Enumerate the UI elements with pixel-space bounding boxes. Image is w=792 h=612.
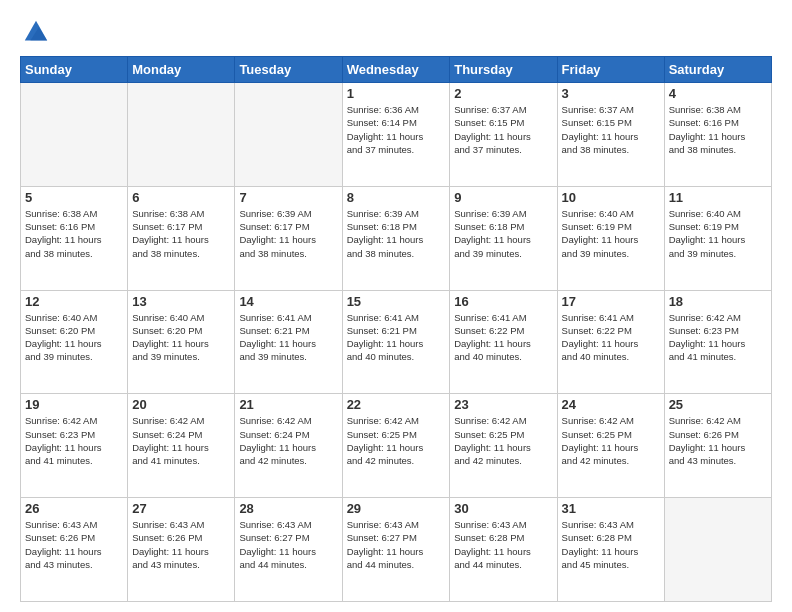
calendar-cell bbox=[235, 83, 342, 187]
day-info: Sunrise: 6:42 AMSunset: 6:25 PMDaylight:… bbox=[562, 414, 660, 467]
day-info: Sunrise: 6:43 AMSunset: 6:26 PMDaylight:… bbox=[25, 518, 123, 571]
calendar-header-wednesday: Wednesday bbox=[342, 57, 450, 83]
day-info: Sunrise: 6:42 AMSunset: 6:24 PMDaylight:… bbox=[239, 414, 337, 467]
calendar-cell: 23Sunrise: 6:42 AMSunset: 6:25 PMDayligh… bbox=[450, 394, 557, 498]
day-info: Sunrise: 6:38 AMSunset: 6:16 PMDaylight:… bbox=[669, 103, 767, 156]
calendar-week-row: 26Sunrise: 6:43 AMSunset: 6:26 PMDayligh… bbox=[21, 498, 772, 602]
day-number: 28 bbox=[239, 501, 337, 516]
day-number: 3 bbox=[562, 86, 660, 101]
day-number: 4 bbox=[669, 86, 767, 101]
calendar-cell: 31Sunrise: 6:43 AMSunset: 6:28 PMDayligh… bbox=[557, 498, 664, 602]
day-number: 5 bbox=[25, 190, 123, 205]
day-number: 12 bbox=[25, 294, 123, 309]
day-info: Sunrise: 6:43 AMSunset: 6:27 PMDaylight:… bbox=[347, 518, 446, 571]
day-info: Sunrise: 6:43 AMSunset: 6:26 PMDaylight:… bbox=[132, 518, 230, 571]
day-info: Sunrise: 6:43 AMSunset: 6:28 PMDaylight:… bbox=[454, 518, 552, 571]
calendar-cell: 19Sunrise: 6:42 AMSunset: 6:23 PMDayligh… bbox=[21, 394, 128, 498]
day-number: 15 bbox=[347, 294, 446, 309]
calendar-week-row: 5Sunrise: 6:38 AMSunset: 6:16 PMDaylight… bbox=[21, 186, 772, 290]
day-info: Sunrise: 6:42 AMSunset: 6:23 PMDaylight:… bbox=[25, 414, 123, 467]
calendar-week-row: 1Sunrise: 6:36 AMSunset: 6:14 PMDaylight… bbox=[21, 83, 772, 187]
day-info: Sunrise: 6:41 AMSunset: 6:21 PMDaylight:… bbox=[239, 311, 337, 364]
calendar-cell bbox=[21, 83, 128, 187]
day-info: Sunrise: 6:40 AMSunset: 6:19 PMDaylight:… bbox=[669, 207, 767, 260]
day-info: Sunrise: 6:39 AMSunset: 6:18 PMDaylight:… bbox=[454, 207, 552, 260]
day-number: 21 bbox=[239, 397, 337, 412]
calendar-cell: 13Sunrise: 6:40 AMSunset: 6:20 PMDayligh… bbox=[128, 290, 235, 394]
day-number: 25 bbox=[669, 397, 767, 412]
day-info: Sunrise: 6:36 AMSunset: 6:14 PMDaylight:… bbox=[347, 103, 446, 156]
day-number: 20 bbox=[132, 397, 230, 412]
calendar-header-saturday: Saturday bbox=[664, 57, 771, 83]
calendar-header-sunday: Sunday bbox=[21, 57, 128, 83]
day-number: 23 bbox=[454, 397, 552, 412]
day-number: 27 bbox=[132, 501, 230, 516]
calendar-cell: 11Sunrise: 6:40 AMSunset: 6:19 PMDayligh… bbox=[664, 186, 771, 290]
day-info: Sunrise: 6:38 AMSunset: 6:16 PMDaylight:… bbox=[25, 207, 123, 260]
day-info: Sunrise: 6:40 AMSunset: 6:20 PMDaylight:… bbox=[132, 311, 230, 364]
calendar-cell: 27Sunrise: 6:43 AMSunset: 6:26 PMDayligh… bbox=[128, 498, 235, 602]
day-number: 31 bbox=[562, 501, 660, 516]
calendar-header-monday: Monday bbox=[128, 57, 235, 83]
day-info: Sunrise: 6:39 AMSunset: 6:18 PMDaylight:… bbox=[347, 207, 446, 260]
day-number: 16 bbox=[454, 294, 552, 309]
day-number: 1 bbox=[347, 86, 446, 101]
calendar-cell: 8Sunrise: 6:39 AMSunset: 6:18 PMDaylight… bbox=[342, 186, 450, 290]
day-info: Sunrise: 6:43 AMSunset: 6:27 PMDaylight:… bbox=[239, 518, 337, 571]
day-number: 10 bbox=[562, 190, 660, 205]
day-info: Sunrise: 6:42 AMSunset: 6:26 PMDaylight:… bbox=[669, 414, 767, 467]
day-info: Sunrise: 6:42 AMSunset: 6:23 PMDaylight:… bbox=[669, 311, 767, 364]
day-info: Sunrise: 6:42 AMSunset: 6:25 PMDaylight:… bbox=[347, 414, 446, 467]
day-number: 30 bbox=[454, 501, 552, 516]
logo-icon bbox=[22, 18, 50, 46]
calendar-cell: 20Sunrise: 6:42 AMSunset: 6:24 PMDayligh… bbox=[128, 394, 235, 498]
day-info: Sunrise: 6:39 AMSunset: 6:17 PMDaylight:… bbox=[239, 207, 337, 260]
calendar-week-row: 19Sunrise: 6:42 AMSunset: 6:23 PMDayligh… bbox=[21, 394, 772, 498]
calendar-cell: 15Sunrise: 6:41 AMSunset: 6:21 PMDayligh… bbox=[342, 290, 450, 394]
calendar-cell: 3Sunrise: 6:37 AMSunset: 6:15 PMDaylight… bbox=[557, 83, 664, 187]
day-info: Sunrise: 6:41 AMSunset: 6:21 PMDaylight:… bbox=[347, 311, 446, 364]
calendar-cell: 10Sunrise: 6:40 AMSunset: 6:19 PMDayligh… bbox=[557, 186, 664, 290]
day-info: Sunrise: 6:37 AMSunset: 6:15 PMDaylight:… bbox=[454, 103, 552, 156]
calendar-cell: 7Sunrise: 6:39 AMSunset: 6:17 PMDaylight… bbox=[235, 186, 342, 290]
day-number: 24 bbox=[562, 397, 660, 412]
day-number: 6 bbox=[132, 190, 230, 205]
day-info: Sunrise: 6:41 AMSunset: 6:22 PMDaylight:… bbox=[454, 311, 552, 364]
calendar-cell: 14Sunrise: 6:41 AMSunset: 6:21 PMDayligh… bbox=[235, 290, 342, 394]
header bbox=[20, 18, 772, 46]
calendar-cell: 24Sunrise: 6:42 AMSunset: 6:25 PMDayligh… bbox=[557, 394, 664, 498]
day-number: 26 bbox=[25, 501, 123, 516]
day-number: 18 bbox=[669, 294, 767, 309]
calendar-cell: 9Sunrise: 6:39 AMSunset: 6:18 PMDaylight… bbox=[450, 186, 557, 290]
day-number: 19 bbox=[25, 397, 123, 412]
calendar-cell bbox=[664, 498, 771, 602]
day-number: 29 bbox=[347, 501, 446, 516]
logo bbox=[20, 18, 54, 46]
calendar-cell: 26Sunrise: 6:43 AMSunset: 6:26 PMDayligh… bbox=[21, 498, 128, 602]
calendar-cell: 22Sunrise: 6:42 AMSunset: 6:25 PMDayligh… bbox=[342, 394, 450, 498]
day-info: Sunrise: 6:42 AMSunset: 6:24 PMDaylight:… bbox=[132, 414, 230, 467]
calendar-cell: 21Sunrise: 6:42 AMSunset: 6:24 PMDayligh… bbox=[235, 394, 342, 498]
calendar-week-row: 12Sunrise: 6:40 AMSunset: 6:20 PMDayligh… bbox=[21, 290, 772, 394]
calendar-cell: 12Sunrise: 6:40 AMSunset: 6:20 PMDayligh… bbox=[21, 290, 128, 394]
calendar-cell: 29Sunrise: 6:43 AMSunset: 6:27 PMDayligh… bbox=[342, 498, 450, 602]
day-info: Sunrise: 6:41 AMSunset: 6:22 PMDaylight:… bbox=[562, 311, 660, 364]
day-number: 17 bbox=[562, 294, 660, 309]
day-info: Sunrise: 6:43 AMSunset: 6:28 PMDaylight:… bbox=[562, 518, 660, 571]
day-number: 13 bbox=[132, 294, 230, 309]
calendar-cell: 16Sunrise: 6:41 AMSunset: 6:22 PMDayligh… bbox=[450, 290, 557, 394]
calendar-header-tuesday: Tuesday bbox=[235, 57, 342, 83]
calendar-cell: 4Sunrise: 6:38 AMSunset: 6:16 PMDaylight… bbox=[664, 83, 771, 187]
calendar-cell: 2Sunrise: 6:37 AMSunset: 6:15 PMDaylight… bbox=[450, 83, 557, 187]
day-info: Sunrise: 6:40 AMSunset: 6:19 PMDaylight:… bbox=[562, 207, 660, 260]
day-number: 9 bbox=[454, 190, 552, 205]
calendar-cell: 1Sunrise: 6:36 AMSunset: 6:14 PMDaylight… bbox=[342, 83, 450, 187]
calendar-cell: 6Sunrise: 6:38 AMSunset: 6:17 PMDaylight… bbox=[128, 186, 235, 290]
calendar-cell: 17Sunrise: 6:41 AMSunset: 6:22 PMDayligh… bbox=[557, 290, 664, 394]
calendar-cell: 28Sunrise: 6:43 AMSunset: 6:27 PMDayligh… bbox=[235, 498, 342, 602]
calendar-header-friday: Friday bbox=[557, 57, 664, 83]
day-info: Sunrise: 6:42 AMSunset: 6:25 PMDaylight:… bbox=[454, 414, 552, 467]
calendar-header-thursday: Thursday bbox=[450, 57, 557, 83]
calendar-cell: 18Sunrise: 6:42 AMSunset: 6:23 PMDayligh… bbox=[664, 290, 771, 394]
calendar-cell bbox=[128, 83, 235, 187]
